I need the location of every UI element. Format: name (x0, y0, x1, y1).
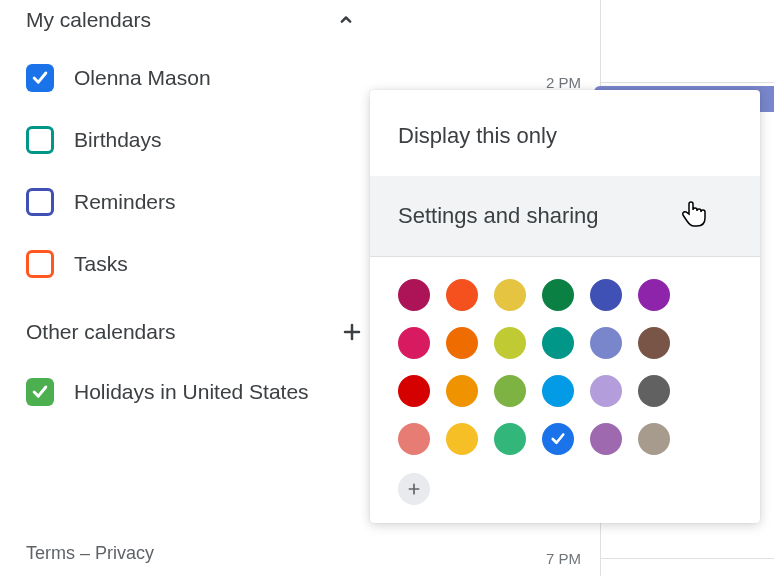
color-swatch[interactable] (446, 375, 478, 407)
grid-hline (600, 558, 774, 559)
other-calendars-header[interactable]: Other calendars (26, 318, 366, 346)
my-calendars-header[interactable]: My calendars (26, 8, 366, 32)
privacy-link[interactable]: Privacy (95, 543, 154, 563)
color-swatch[interactable] (494, 279, 526, 311)
add-custom-color-button[interactable] (398, 473, 430, 505)
color-swatch[interactable] (542, 279, 574, 311)
color-swatch[interactable] (398, 327, 430, 359)
other-calendars-title: Other calendars (26, 320, 175, 344)
calendar-item[interactable]: Birthdays (26, 116, 366, 164)
my-calendars-title: My calendars (26, 8, 151, 32)
color-swatch[interactable] (542, 375, 574, 407)
color-swatch[interactable] (398, 375, 430, 407)
calendar-label: Reminders (74, 190, 176, 214)
footer: Terms – Privacy (26, 543, 154, 564)
calendar-item[interactable]: Holidays in United States (26, 368, 366, 416)
color-swatch[interactable] (542, 423, 574, 455)
separator: – (75, 543, 95, 563)
time-label-7pm: 7 PM (546, 550, 581, 567)
display-this-only[interactable]: Display this only (370, 96, 760, 176)
color-swatch[interactable] (638, 327, 670, 359)
pointer-cursor-icon (680, 198, 708, 234)
color-swatch[interactable] (590, 327, 622, 359)
calendar-label: Olenna Mason (74, 66, 211, 90)
calendar-item[interactable]: Reminders (26, 178, 366, 226)
color-swatch[interactable] (638, 423, 670, 455)
color-swatch[interactable] (590, 375, 622, 407)
calendar-checkbox[interactable] (26, 250, 54, 278)
color-swatch[interactable] (398, 423, 430, 455)
color-swatch[interactable] (494, 327, 526, 359)
color-swatch[interactable] (590, 423, 622, 455)
settings-and-sharing[interactable]: Settings and sharing (370, 176, 760, 256)
color-swatch[interactable] (590, 279, 622, 311)
color-swatch[interactable] (494, 375, 526, 407)
color-swatch[interactable] (638, 279, 670, 311)
calendar-checkbox[interactable] (26, 188, 54, 216)
color-swatch[interactable] (446, 279, 478, 311)
color-picker-grid (370, 257, 760, 473)
calendar-sidebar: My calendars Olenna MasonBirthdaysRemind… (26, 8, 366, 430)
grid-hline (600, 82, 774, 83)
display-this-only-label: Display this only (398, 123, 557, 149)
calendar-item[interactable]: Olenna Mason (26, 54, 366, 102)
calendar-item[interactable]: Tasks (26, 240, 366, 288)
calendar-checkbox[interactable] (26, 378, 54, 406)
settings-and-sharing-label: Settings and sharing (398, 203, 599, 229)
chevron-up-icon[interactable] (334, 8, 358, 32)
color-swatch[interactable] (494, 423, 526, 455)
calendar-label: Holidays in United States (74, 380, 309, 404)
color-swatch[interactable] (542, 327, 574, 359)
calendar-options-popup: Display this only Settings and sharing (370, 90, 760, 523)
add-calendar-icon[interactable] (338, 318, 366, 346)
calendar-label: Birthdays (74, 128, 162, 152)
time-label-2pm: 2 PM (546, 74, 581, 91)
calendar-label: Tasks (74, 252, 128, 276)
color-swatch[interactable] (638, 375, 670, 407)
color-swatch[interactable] (446, 423, 478, 455)
color-swatch[interactable] (446, 327, 478, 359)
color-swatch[interactable] (398, 279, 430, 311)
terms-link[interactable]: Terms (26, 543, 75, 563)
calendar-checkbox[interactable] (26, 64, 54, 92)
calendar-checkbox[interactable] (26, 126, 54, 154)
